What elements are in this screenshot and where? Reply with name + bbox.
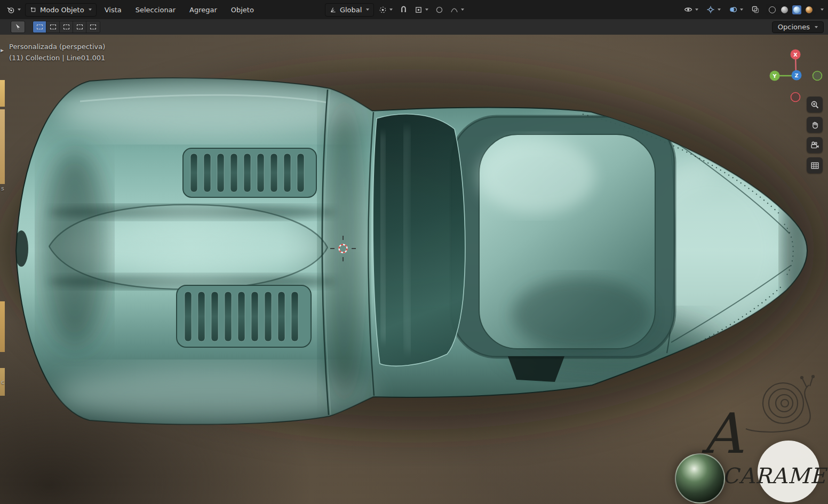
proportional-editing-button[interactable] (433, 4, 445, 15)
shading-solid-button[interactable] (780, 5, 789, 14)
transform-controls: Global (325, 3, 466, 17)
blender-window: Modo Objeto Vista Seleccionar Agregar Ob… (0, 0, 828, 504)
viewport-nav-buttons (807, 97, 823, 173)
left-panel-letter: s (1, 185, 4, 192)
zoom-button[interactable] (807, 97, 823, 113)
camera-view-button[interactable] (807, 137, 823, 153)
viewport-header: Modo Objeto Vista Seleccionar Agregar Ob… (0, 0, 828, 19)
select-intersect-icon (90, 25, 96, 29)
select-subtract-icon (63, 25, 69, 29)
grid-ortho-button[interactable] (807, 157, 823, 173)
gizmo-y-label: Y (773, 73, 777, 79)
chevron-down-icon (18, 9, 21, 11)
gizmos-dropdown[interactable] (704, 4, 723, 15)
chevron-down-icon (389, 9, 393, 11)
watermark-initial: A (702, 406, 742, 461)
grid-ortho-icon (810, 161, 819, 170)
hood-bulge (49, 205, 328, 289)
select-box-tool-icon (14, 23, 22, 31)
viewport-overlay-text: Personalizada (perspectiva) (11) Collect… (9, 41, 105, 63)
snap-toggle-button[interactable] (397, 4, 410, 15)
windshield (373, 114, 465, 366)
hdri-chrome-ball (675, 453, 725, 503)
chevron-down-icon (718, 9, 721, 11)
select-mode-intersect[interactable] (86, 21, 100, 33)
shading-rendered-icon (806, 6, 813, 13)
hood-louvers-bottom (177, 285, 311, 347)
menu-vista[interactable]: Vista (99, 0, 128, 19)
select-set-icon (37, 25, 43, 29)
select-mode-subtract[interactable] (60, 21, 73, 33)
left-panel-sliver (0, 80, 5, 107)
chevron-down-icon (366, 9, 369, 11)
overlays-dropdown[interactable] (727, 4, 745, 15)
pan-button[interactable] (807, 117, 823, 133)
snap-target-icon (415, 6, 423, 14)
select-mode-invert[interactable] (73, 21, 86, 33)
overlays-icon (729, 5, 737, 14)
snap-target-button[interactable] (412, 4, 431, 15)
nav-gizmo[interactable]: X Y Z (767, 42, 825, 105)
scene-collection-label: (11) Collection | Line01.001 (9, 52, 105, 63)
mode-select-label: Modo Objeto (40, 6, 84, 14)
left-panel-sliver (0, 109, 5, 184)
editor-type-button[interactable] (4, 4, 23, 15)
visibility-eye-icon (684, 5, 692, 14)
proportional-editing-icon (435, 6, 443, 14)
menu-seleccionar[interactable]: Seleccionar (130, 0, 181, 19)
select-mode-group (33, 21, 100, 33)
falloff-button[interactable] (448, 4, 466, 15)
options-label: Opciones (778, 23, 810, 31)
view-name-label: Personalizada (perspectiva) (9, 41, 105, 52)
chevron-down-icon (89, 9, 92, 11)
cabin-vent-wedge (508, 356, 564, 382)
xray-toggle[interactable] (749, 4, 762, 15)
pan-hand-icon (810, 121, 819, 130)
toolbar-expand-arrow[interactable]: ▸ (1, 46, 4, 54)
menu-agregar[interactable]: Agregar (184, 0, 223, 19)
select-invert-icon (77, 25, 83, 29)
visibility-dropdown[interactable] (682, 4, 700, 15)
gizmo-y-negative[interactable] (813, 71, 822, 81)
select-mode-set[interactable] (33, 21, 46, 33)
pivot-point-button[interactable] (377, 4, 395, 15)
select-mode-extend[interactable] (46, 21, 60, 33)
chevron-down-icon[interactable] (821, 9, 824, 11)
chevron-down-icon (695, 9, 698, 11)
menu-objeto[interactable]: Objeto (225, 0, 260, 19)
zoom-icon (810, 100, 819, 109)
orientation-axes-icon (330, 6, 337, 13)
object-mode-icon (30, 6, 37, 13)
viewport-display-controls (682, 4, 824, 15)
falloff-curve-icon (450, 6, 458, 14)
shading-mode-group (766, 4, 816, 15)
mode-select[interactable]: Modo Objeto (25, 3, 97, 17)
left-panel-letter: c (1, 379, 4, 386)
orientation-label: Global (340, 6, 362, 14)
chevron-down-icon (461, 9, 464, 11)
chevron-down-icon (425, 9, 428, 11)
watermark-name: CARAMECHA (722, 463, 828, 488)
active-tool-button[interactable] (11, 21, 25, 33)
orientation-select[interactable]: Global (325, 3, 374, 17)
camera-view-icon (810, 141, 819, 150)
pivot-point-icon (379, 6, 387, 14)
shading-rendered-button[interactable] (805, 5, 814, 14)
left-panel-sliver (0, 301, 5, 352)
viewport-3d[interactable]: Personalizada (perspectiva) (11) Collect… (0, 35, 828, 504)
snap-magnet-icon (400, 6, 408, 14)
chevron-down-icon (815, 26, 818, 28)
shading-wireframe-button[interactable] (768, 5, 777, 14)
options-dropdown[interactable]: Opciones (772, 21, 824, 33)
shading-solid-icon (781, 6, 788, 13)
gizmos-icon (706, 5, 715, 14)
shading-material-button[interactable] (792, 5, 801, 14)
shading-wireframe-icon (769, 6, 776, 13)
tool-settings-bar: Opciones (0, 19, 828, 35)
shading-material-icon (793, 6, 800, 13)
snail-illustration (730, 372, 821, 439)
chevron-down-icon (740, 9, 743, 11)
hood-louvers-top (183, 148, 316, 197)
blender-logo-icon (6, 5, 15, 14)
gizmo-x-negative[interactable] (791, 93, 800, 102)
